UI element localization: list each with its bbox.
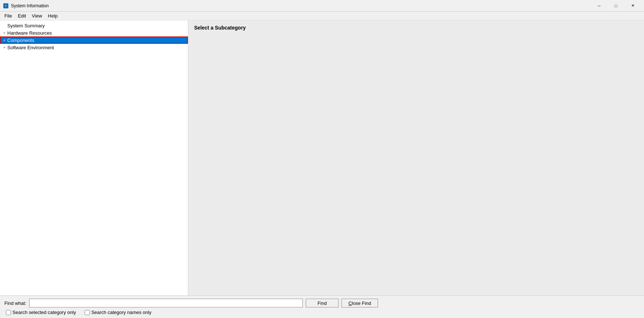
checkbox-row: Search selected category only Search cat… [4,310,640,315]
search-names-text: Search category names only [91,310,151,315]
title-bar: i System Information ─ □ ✕ [0,0,644,12]
menu-bar: File Edit View Help [0,12,644,20]
find-label: Find what: [4,300,26,306]
window-title: System Information [11,3,591,8]
tree-item-components[interactable]: + Components [0,36,188,44]
app-icon: i [3,3,9,9]
search-selected-text: Search selected category only [12,310,76,315]
right-panel: Select a Subcategory [188,20,644,295]
find-input[interactable] [29,299,303,307]
minimize-button[interactable]: ─ [591,0,608,12]
close-find-button[interactable]: Close Find [342,299,378,307]
tree-panel: System Summary + Hardware Resources + Co… [0,20,188,295]
subcategory-heading: Select a Subcategory [194,25,246,31]
search-selected-checkbox[interactable] [6,310,11,315]
search-names-checkbox[interactable] [85,310,90,315]
search-names-label[interactable]: Search category names only [85,310,151,315]
menu-edit[interactable]: Edit [15,12,29,19]
menu-file[interactable]: File [1,12,15,19]
menu-help[interactable]: Help [45,12,61,19]
expander-system-summary [1,23,7,28]
tree-item-system-summary[interactable]: System Summary [0,22,188,29]
find-row: Find what: Find Close Find [4,299,640,307]
main-content: System Summary + Hardware Resources + Co… [0,20,644,295]
tree-label-hardware-resources: Hardware Resources [7,30,52,36]
expander-software-environment: + [1,44,7,50]
tree-label-system-summary: System Summary [7,23,45,28]
maximize-button[interactable]: □ [608,0,624,12]
bottom-bar: Find what: Find Close Find Search select… [0,295,644,318]
find-button[interactable]: Find [306,299,339,307]
tree-item-hardware-resources[interactable]: + Hardware Resources [0,29,188,36]
close-button[interactable]: ✕ [624,0,641,12]
tree-label-software-environment: Software Environment [7,45,54,50]
search-selected-label[interactable]: Search selected category only [6,310,76,315]
expander-hardware-resources: + [1,30,7,36]
window-controls: ─ □ ✕ [591,0,641,12]
expander-components: + [1,37,7,43]
tree-item-software-environment[interactable]: + Software Environment [0,44,188,51]
tree-label-components: Components [7,38,34,43]
menu-view[interactable]: View [29,12,45,19]
